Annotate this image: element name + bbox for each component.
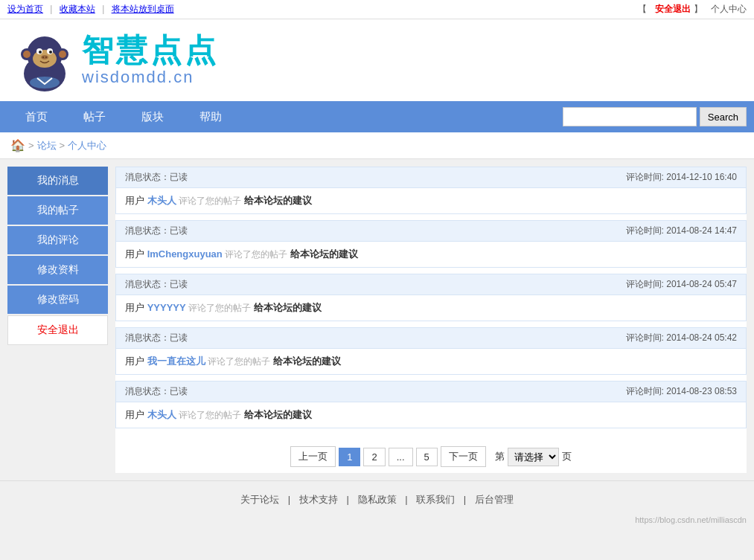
message-header: 消息状态：已读 评论时间: 2014-08-24 14:47 xyxy=(116,221,746,242)
logo-en: wisdomdd.cn xyxy=(82,68,219,87)
page-jump-select[interactable]: 请选择 1 2 3 4 5 xyxy=(508,448,559,466)
message-body: 用户 YYYYYY 评论了您的帖子 给本论坛的建议 xyxy=(116,295,746,321)
message-item: 消息状态：已读 评论时间: 2014-08-24 05:47 用户 YYYYYY… xyxy=(115,274,747,321)
msg-post-link[interactable]: 给本论坛的建议 xyxy=(254,302,322,313)
msg-prefix: 用户 xyxy=(125,248,144,260)
message-header: 消息状态：已读 评论时间: 2014-08-24 05:47 xyxy=(116,274,746,295)
message-body: 用户 ImChengxuyuan 评论了您的帖子 给本论坛的建议 xyxy=(116,242,746,267)
message-header: 消息状态：已读 评论时间: 2014-08-23 08:53 xyxy=(116,382,746,402)
bookmark-link[interactable]: 收藏本站 xyxy=(60,4,95,14)
desktop-link[interactable]: 将本站放到桌面 xyxy=(112,4,174,14)
nav-help[interactable]: 帮助 xyxy=(182,101,240,132)
svg-point-14 xyxy=(30,77,60,88)
msg-post-link[interactable]: 给本论坛的建议 xyxy=(244,195,312,206)
footer-support[interactable]: 技术支持 xyxy=(299,494,338,505)
msg-prefix: 用户 xyxy=(125,302,144,313)
footer-about[interactable]: 关于论坛 xyxy=(240,494,279,505)
top-bar-right: 【 安全退出 】 个人中心 xyxy=(638,3,747,16)
footer-contact[interactable]: 联系我们 xyxy=(416,494,455,505)
msg-user-link[interactable]: 木头人 xyxy=(147,409,176,420)
message-status: 消息状态：已读 xyxy=(125,171,188,184)
nav-sections[interactable]: 版块 xyxy=(124,101,182,132)
svg-point-13 xyxy=(45,56,47,57)
message-list: 消息状态：已读 评论时间: 2014-12-10 16:40 用户 木头人 评论… xyxy=(115,167,747,473)
message-status: 消息状态：已读 xyxy=(125,385,188,398)
page-1-button[interactable]: 1 xyxy=(339,448,360,466)
message-body: 用户 我一直在这儿 评论了您的帖子 给本论坛的建议 xyxy=(116,349,746,374)
sidebar-item-change-password[interactable]: 修改密码 xyxy=(7,286,108,314)
profile-center-link[interactable]: 个人中心 xyxy=(711,4,747,14)
logo-cn: 智慧点点 xyxy=(82,33,219,68)
msg-post-link[interactable]: 给本论坛的建议 xyxy=(244,409,312,420)
footer-url: https://blog.csdn.net/milliascdn xyxy=(0,512,754,527)
msg-user-link[interactable]: ImChengxuyuan xyxy=(147,248,223,260)
page-jump-label: 第 xyxy=(495,450,505,463)
breadcrumb: 🏠 > 论坛 > 个人中心 xyxy=(0,132,754,159)
logo-monkey-icon xyxy=(15,29,74,92)
next-page-button[interactable]: 下一页 xyxy=(441,446,486,467)
message-body: 用户 木头人 评论了您的帖子 给本论坛的建议 xyxy=(116,402,746,428)
msg-action: 评论了您的帖子 xyxy=(188,303,253,313)
sidebar-item-my-posts[interactable]: 我的帖子 xyxy=(7,196,108,225)
sidebar-item-my-messages[interactable]: 我的消息 xyxy=(7,167,108,195)
message-status: 消息状态：已读 xyxy=(125,278,188,291)
page-jump-suffix: 页 xyxy=(562,450,572,463)
set-home-link[interactable]: 设为首页 xyxy=(7,4,43,14)
message-status: 消息状态：已读 xyxy=(125,225,188,237)
msg-user-link[interactable]: 木头人 xyxy=(147,195,176,206)
message-time: 评论时间: 2014-08-24 05:47 xyxy=(626,278,737,291)
nav-posts[interactable]: 帖子 xyxy=(66,101,124,132)
logo-text: 智慧点点 wisdomdd.cn xyxy=(82,33,219,87)
page-2-button[interactable]: 2 xyxy=(363,448,385,466)
message-item: 消息状态：已读 评论时间: 2014-08-24 14:47 用户 ImChen… xyxy=(115,220,747,268)
message-time: 评论时间: 2014-12-10 16:40 xyxy=(626,171,737,184)
page-jump-area: 第 请选择 1 2 3 4 5 页 xyxy=(495,448,572,466)
svg-point-5 xyxy=(59,51,66,58)
page-ellipsis: ... xyxy=(389,448,413,466)
nav-home[interactable]: 首页 xyxy=(7,101,66,132)
breadcrumb-profile[interactable]: 个人中心 xyxy=(68,139,106,152)
msg-prefix: 用户 xyxy=(125,195,144,206)
sidebar-item-edit-profile[interactable]: 修改资料 xyxy=(7,256,108,284)
msg-user-link[interactable]: 我一直在这儿 xyxy=(147,355,205,367)
footer-admin[interactable]: 后台管理 xyxy=(475,494,514,505)
msg-action: 评论了您的帖子 xyxy=(179,196,243,206)
nav-bar: 首页 帖子 版块 帮助 Search xyxy=(0,101,754,132)
breadcrumb-forum[interactable]: 论坛 xyxy=(37,139,57,152)
msg-post-link[interactable]: 给本论坛的建议 xyxy=(290,248,358,260)
sidebar-item-safe-logout[interactable]: 安全退出 xyxy=(7,315,108,345)
pagination: 上一页 1 2 ... 5 下一页 第 请选择 1 2 3 4 5 页 xyxy=(115,434,747,473)
svg-point-10 xyxy=(49,51,52,54)
footer: 关于论坛 | 技术支持 | 隐私政策 | 联系我们 | 后台管理 xyxy=(0,480,754,512)
message-item: 消息状态：已读 评论时间: 2014-08-23 08:53 用户 木头人 评论… xyxy=(115,381,747,428)
svg-point-3 xyxy=(23,51,31,58)
msg-user-link[interactable]: YYYYYY xyxy=(147,302,186,313)
message-status: 消息状态：已读 xyxy=(125,332,188,344)
header: 智慧点点 wisdomdd.cn xyxy=(0,19,754,101)
home-icon[interactable]: 🏠 xyxy=(10,138,25,152)
svg-point-11 xyxy=(41,55,48,59)
msg-post-link[interactable]: 给本论坛的建议 xyxy=(273,355,341,367)
search-input[interactable] xyxy=(563,107,697,126)
sidebar-item-my-comments[interactable]: 我的评论 xyxy=(7,226,108,254)
msg-action: 评论了您的帖子 xyxy=(225,249,290,260)
sidebar: 我的消息 我的帖子 我的评论 修改资料 修改密码 安全退出 xyxy=(7,167,108,473)
svg-point-9 xyxy=(39,51,42,54)
msg-prefix: 用户 xyxy=(125,409,144,420)
message-time: 评论时间: 2014-08-23 08:53 xyxy=(626,385,737,398)
page-5-button[interactable]: 5 xyxy=(416,448,438,466)
logo-area: 智慧点点 wisdomdd.cn xyxy=(15,29,219,92)
top-bar: 设为首页 | 收藏本站 | 将本站放到桌面 【 安全退出 】 个人中心 xyxy=(0,0,754,19)
main-container: 我的消息 我的帖子 我的评论 修改资料 修改密码 安全退出 消息状态：已读 评论… xyxy=(7,167,747,473)
message-header: 消息状态：已读 评论时间: 2014-08-24 05:42 xyxy=(116,328,746,349)
message-time: 评论时间: 2014-08-24 05:42 xyxy=(626,332,737,344)
message-item: 消息状态：已读 评论时间: 2014-08-24 05:42 用户 我一直在这儿… xyxy=(115,327,747,375)
footer-privacy[interactable]: 隐私政策 xyxy=(358,494,397,505)
svg-point-12 xyxy=(42,56,44,57)
msg-prefix: 用户 xyxy=(125,355,144,367)
prev-page-button[interactable]: 上一页 xyxy=(290,446,336,467)
msg-action: 评论了您的帖子 xyxy=(179,410,243,420)
message-item: 消息状态：已读 评论时间: 2014-12-10 16:40 用户 木头人 评论… xyxy=(115,167,747,214)
search-button[interactable]: Search xyxy=(700,107,747,126)
top-logout-link[interactable]: 安全退出 xyxy=(655,4,691,14)
